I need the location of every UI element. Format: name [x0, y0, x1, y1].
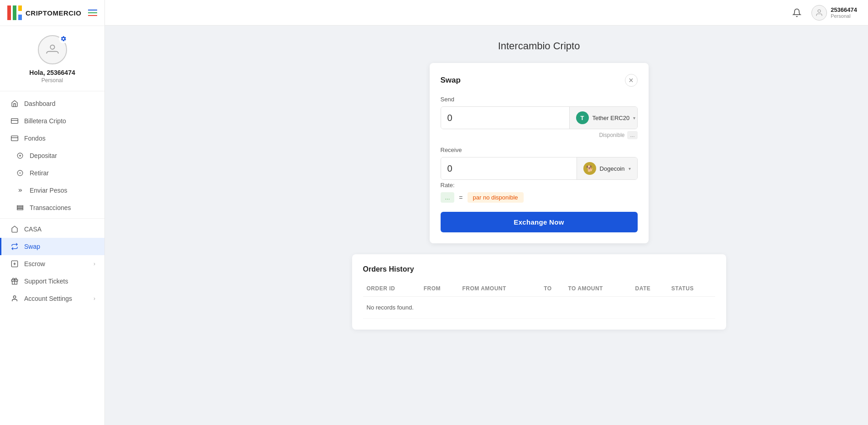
plus-box-icon — [10, 260, 19, 268]
card-icon — [10, 134, 19, 142]
svg-point-20 — [13, 296, 16, 298]
sidebar-item-label: Billetera Cripto — [24, 117, 66, 125]
disponible-label: Disponible — [599, 132, 624, 138]
sidebar-item-casa[interactable]: CASA — [0, 220, 104, 238]
notification-bell[interactable] — [790, 5, 804, 20]
user-icon — [10, 294, 19, 303]
orders-table-head: ORDER ID FROM FROM AMOUNT TO TO AMOUNT D… — [363, 281, 715, 297]
svg-point-21 — [818, 10, 821, 12]
receive-input[interactable] — [441, 158, 577, 179]
profile-role: Personal — [42, 77, 63, 84]
topbar-avatar — [811, 5, 827, 21]
sidebar-item-label: CASA — [24, 226, 42, 233]
profile-greeting: Hola, 25366474 — [29, 69, 75, 76]
swap-card-title: Swap — [441, 76, 461, 85]
swap-icon — [10, 242, 19, 251]
sidebar-item-label: Account Settings — [24, 295, 72, 302]
col-from-amount: FROM AMOUNT — [458, 281, 540, 297]
col-to: TO — [540, 281, 564, 297]
receive-section: Receive 🐕 Dogecoin ▾ — [441, 147, 638, 180]
orders-table: ORDER ID FROM FROM AMOUNT TO TO AMOUNT D… — [363, 281, 715, 319]
sidebar-item-dashboard[interactable]: Dashboard — [0, 95, 104, 112]
topbar-user-info: 25366474 Personal — [831, 6, 857, 19]
sidebar-item-label: Fondos — [24, 135, 46, 142]
col-to-amount: TO AMOUNT — [564, 281, 631, 297]
hamburger-menu[interactable] — [88, 10, 97, 16]
svg-rect-15 — [17, 207, 23, 208]
sidebar-item-support[interactable]: Support Tickets — [0, 273, 104, 290]
rate-unavailable-badge: par no disponible — [468, 192, 524, 203]
doge-icon: 🐕 — [583, 162, 596, 175]
svg-rect-16 — [17, 209, 23, 210]
send-input-row: T Tether ERC20 ▾ — [441, 106, 638, 129]
sidebar-item-fondos[interactable]: Fondos — [0, 130, 104, 147]
col-from: FROM — [420, 281, 459, 297]
svg-rect-0 — [7, 5, 11, 20]
tether-icon: T — [576, 111, 589, 124]
exchange-now-button[interactable]: Exchange Now — [441, 212, 638, 232]
home-icon — [10, 100, 19, 108]
sidebar-item-swap[interactable]: Swap — [0, 238, 104, 255]
topbar: 25366474 Personal — [105, 0, 868, 26]
list-icon — [16, 204, 24, 212]
close-button[interactable]: × — [625, 74, 638, 87]
svg-rect-5 — [11, 119, 18, 124]
sidebar-item-depositar[interactable]: Depositar — [0, 147, 104, 164]
chevron-down-icon: ▾ — [633, 115, 635, 121]
rate-label: Rate: — [441, 182, 638, 189]
orders-title: Orders History — [363, 265, 715, 273]
rate-row: ... = par no disponible — [441, 192, 638, 203]
col-status: STATUS — [668, 281, 715, 297]
sidebar-item-enviar-pesos[interactable]: Enviar Pesos — [0, 182, 104, 199]
swap-card: Swap × Send T Tether ERC20 ▾ Disponible … — [430, 63, 649, 243]
swap-card-header: Swap × — [441, 74, 638, 87]
svg-rect-2 — [18, 5, 22, 11]
chevron-right-icon: › — [94, 261, 95, 267]
wallet-icon — [10, 117, 19, 125]
sidebar-item-label: Transacciones — [30, 204, 71, 211]
send-label: Send — [441, 96, 638, 103]
topbar-user-role: Personal — [831, 13, 857, 19]
topbar-user[interactable]: 25366474 Personal — [811, 5, 857, 21]
send-currency-selector[interactable]: T Tether ERC20 ▾ — [569, 107, 638, 129]
home-alt-icon — [10, 225, 19, 233]
rate-dots: ... — [441, 192, 455, 203]
chevron-down-icon: ▾ — [629, 166, 631, 171]
sidebar-item-label: Swap — [24, 243, 40, 250]
receive-input-row: 🐕 Dogecoin ▾ — [441, 157, 638, 180]
sidebar-item-transacciones[interactable]: Transacciones — [0, 199, 104, 216]
sidebar-item-account[interactable]: Account Settings › — [0, 290, 104, 307]
gear-badge[interactable] — [59, 34, 68, 43]
disponible-dots[interactable]: ... — [627, 131, 637, 139]
page-title: Intercambio Cripto — [224, 40, 853, 52]
sidebar-item-label: Dashboard — [24, 100, 56, 107]
send-currency-label: Tether ERC20 — [593, 115, 630, 121]
col-date: DATE — [632, 281, 668, 297]
table-row: No records found. — [363, 297, 715, 319]
sidebar-header: CRIPTOMERCIO — [0, 0, 104, 26]
svg-point-4 — [50, 45, 54, 49]
receive-label: Receive — [441, 147, 638, 153]
receive-currency-selector[interactable]: 🐕 Dogecoin ▾ — [577, 157, 637, 179]
sidebar-profile: Hola, 25366474 Personal — [0, 26, 104, 91]
col-order-id: ORDER ID — [363, 281, 420, 297]
sidebar-item-retirar[interactable]: Retirar — [0, 164, 104, 182]
orders-header-row: ORDER ID FROM FROM AMOUNT TO TO AMOUNT D… — [363, 281, 715, 297]
receive-currency-label: Dogecoin — [600, 165, 625, 172]
avatar-container — [38, 35, 67, 64]
svg-rect-14 — [17, 205, 23, 206]
minus-circle-icon — [16, 169, 24, 177]
disponible-row: Disponible ... — [441, 131, 638, 139]
rate-section: Rate: ... = par no disponible — [441, 182, 638, 203]
orders-card: Orders History ORDER ID FROM FROM AMOUNT… — [352, 254, 726, 330]
send-input[interactable] — [441, 107, 569, 129]
orders-table-body: No records found. — [363, 297, 715, 319]
svg-rect-3 — [18, 15, 22, 20]
sidebar-item-billetera[interactable]: Billetera Cripto — [0, 112, 104, 130]
send-section: Send T Tether ERC20 ▾ Disponible ... — [441, 96, 638, 139]
sidebar-item-label: Depositar — [30, 152, 57, 159]
rate-equals: = — [459, 194, 463, 201]
svg-rect-7 — [11, 136, 18, 141]
sidebar: CRIPTOMERCIO Hola, 25366474 Personal — [0, 0, 105, 425]
sidebar-item-escrow[interactable]: Escrow › — [0, 255, 104, 273]
